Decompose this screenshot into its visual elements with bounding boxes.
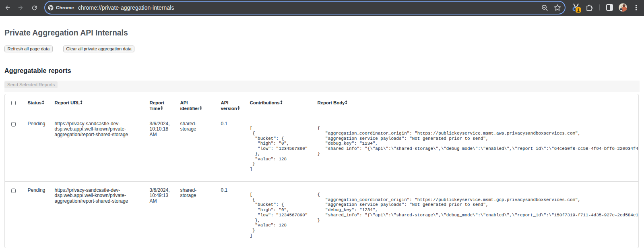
svg-text:1: 1 (577, 8, 580, 12)
